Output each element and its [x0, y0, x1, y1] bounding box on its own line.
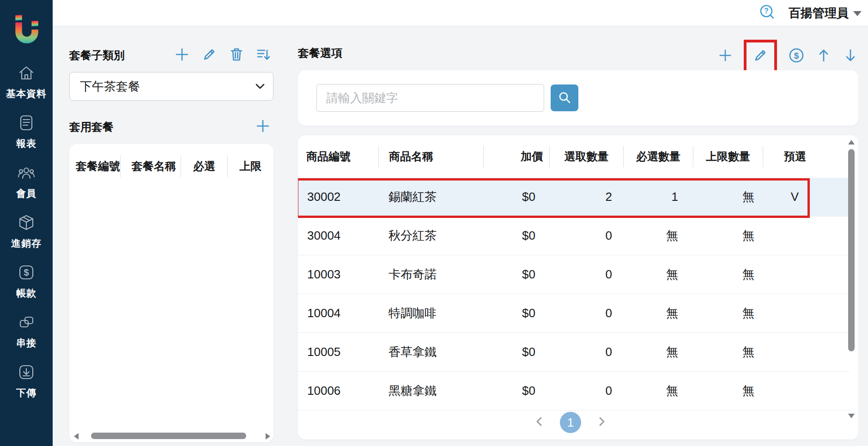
- scroll-left-arrow[interactable]: [74, 433, 79, 440]
- search-icon: [558, 90, 571, 106]
- cell-product-name: 香草拿鐵: [378, 344, 483, 360]
- sidebar-item-reports[interactable]: 報表: [16, 114, 36, 150]
- sidebar-item-label: 串接: [16, 337, 36, 350]
- cell-required-qty: 1: [623, 190, 693, 204]
- search-input[interactable]: [316, 84, 544, 112]
- integration-icon: [17, 313, 36, 333]
- combo-options-table: 商品編號 商品名稱 加價 選取數量 必選數量 上限數量 預選 30002 錫蘭紅…: [298, 135, 858, 440]
- edit-subcategory-button[interactable]: [201, 47, 217, 64]
- vertical-scrollbar[interactable]: [848, 138, 855, 437]
- prev-page-button[interactable]: [534, 416, 544, 429]
- annotation-red-box-edit: [744, 40, 777, 73]
- table-row[interactable]: 10005 香草拿鐵 $0 0 無 無: [298, 333, 850, 372]
- search-button[interactable]: [551, 84, 578, 111]
- scrollbar-thumb[interactable]: [91, 433, 246, 439]
- content: 套餐子類別 下午茶套餐 套用套餐: [53, 26, 868, 446]
- app-window: 基本資料 報表 會員 進銷存: [0, 0, 868, 446]
- cell-product-id: 10005: [298, 345, 378, 359]
- scrollbar-thumb[interactable]: [848, 149, 855, 351]
- horizontal-scrollbar[interactable]: [69, 432, 273, 440]
- admin-user-menu[interactable]: 百揚管理員: [789, 5, 862, 21]
- sidebar-item-basic-data[interactable]: 基本資料: [6, 64, 47, 100]
- cell-limit-qty: 無: [693, 305, 763, 321]
- svg-text:?: ?: [764, 7, 769, 15]
- left-panel: 套餐子類別 下午茶套餐 套用套餐: [69, 44, 273, 445]
- main-area: ? 百揚管理員 套餐子類別: [53, 0, 868, 446]
- table-row[interactable]: 10006 黑糖拿鐵 $0 0 無 無: [298, 372, 850, 410]
- table-header-row: 商品編號 商品名稱 加價 選取數量 必選數量 上限數量 預選: [298, 135, 858, 178]
- scroll-down-arrow[interactable]: [848, 414, 855, 418]
- cell-required-qty: 無: [623, 266, 693, 283]
- column-header: 商品編號: [298, 146, 378, 167]
- column-header: 必選: [181, 155, 227, 177]
- cell-price: $0: [483, 306, 549, 320]
- delete-subcategory-button[interactable]: [229, 47, 244, 64]
- cell-price: $0: [483, 267, 549, 282]
- sidebar-item-label: 基本資料: [6, 87, 47, 100]
- column-header: 加價: [483, 146, 549, 167]
- table-row[interactable]: 30004 秋分紅茶 $0 0 無 無: [298, 217, 850, 255]
- combo-options-toolbar: $: [718, 39, 858, 73]
- add-subcategory-button[interactable]: [174, 47, 190, 64]
- cell-product-id: 10006: [298, 384, 378, 398]
- table-row[interactable]: 10004 特調咖啡 $0 0 無 無: [298, 294, 850, 333]
- cell-price: $0: [483, 190, 549, 204]
- column-header: 商品名稱: [378, 146, 483, 167]
- scroll-up-arrow[interactable]: [848, 140, 855, 145]
- cell-required-qty: 無: [623, 305, 693, 321]
- chevron-down-icon: [255, 84, 265, 89]
- billing-icon: $: [17, 263, 36, 283]
- cell-select-qty: 0: [549, 345, 623, 359]
- cell-required-qty: 無: [623, 344, 693, 360]
- cell-limit-qty: 無: [693, 266, 763, 283]
- subcategory-select[interactable]: 下午茶套餐: [69, 72, 273, 101]
- column-header: 預選: [763, 146, 827, 167]
- cell-select-qty: 2: [549, 190, 623, 204]
- sidebar-item-integration[interactable]: 串接: [16, 313, 36, 350]
- edit-option-button[interactable]: [753, 48, 768, 65]
- add-applied-combo-button[interactable]: [255, 118, 271, 136]
- sidebar-item-download[interactable]: 下傳: [16, 363, 36, 399]
- move-down-button[interactable]: [843, 48, 858, 65]
- sidebar-item-label: 進銷存: [11, 237, 42, 250]
- svg-text:$: $: [794, 51, 799, 60]
- current-page-button[interactable]: 1: [560, 412, 581, 433]
- cell-product-name: 黑糖拿鐵: [378, 383, 483, 399]
- download-icon: [17, 363, 36, 383]
- right-panel: 套餐選項 $: [298, 39, 858, 445]
- admin-name: 百揚管理員: [789, 5, 849, 21]
- sidebar-item-label: 報表: [16, 137, 36, 150]
- help-icon[interactable]: ?: [759, 4, 776, 22]
- price-option-button[interactable]: $: [788, 47, 805, 66]
- sidebar-item-label: 帳款: [16, 287, 36, 300]
- next-page-button[interactable]: [597, 416, 607, 429]
- table-row[interactable]: 10003 卡布奇諾 $0 0 無 無: [298, 255, 850, 294]
- brand-logo: [14, 14, 38, 46]
- cell-price: $0: [483, 345, 549, 359]
- sidebar: 基本資料 報表 會員 進銷存: [0, 0, 53, 446]
- cell-select-qty: 0: [549, 229, 623, 243]
- table-row[interactable]: 30002 錫蘭紅茶 $0 2 1 無 V: [298, 178, 850, 217]
- scroll-right-arrow[interactable]: [266, 433, 270, 440]
- cell-price: $0: [483, 384, 549, 398]
- sort-subcategory-button[interactable]: [256, 47, 272, 64]
- add-option-button[interactable]: [718, 48, 733, 65]
- move-up-button[interactable]: [816, 48, 832, 65]
- pagination: 1: [298, 412, 843, 433]
- home-icon: [17, 64, 36, 84]
- cell-product-id: 10003: [298, 267, 378, 282]
- subcategory-selected-value: 下午茶套餐: [80, 78, 140, 95]
- sidebar-item-members[interactable]: 會員: [16, 163, 36, 200]
- cell-select-qty: 0: [549, 306, 623, 320]
- sidebar-item-billing[interactable]: $ 帳款: [16, 263, 36, 300]
- members-icon: [17, 163, 36, 184]
- applied-combos-header-row: 套餐編號 套餐名稱 必選 上限: [69, 155, 273, 177]
- sidebar-item-label: 下傳: [16, 386, 36, 399]
- applied-combos-table: 套餐編號 套餐名稱 必選 上限: [69, 144, 273, 442]
- column-header: 套餐名稱: [120, 155, 181, 177]
- sidebar-item-inventory[interactable]: 進銷存: [11, 213, 42, 250]
- cell-select-qty: 0: [549, 384, 623, 398]
- cell-select-qty: 0: [549, 267, 623, 282]
- inventory-icon: [17, 213, 36, 234]
- column-header: 上限數量: [693, 146, 763, 167]
